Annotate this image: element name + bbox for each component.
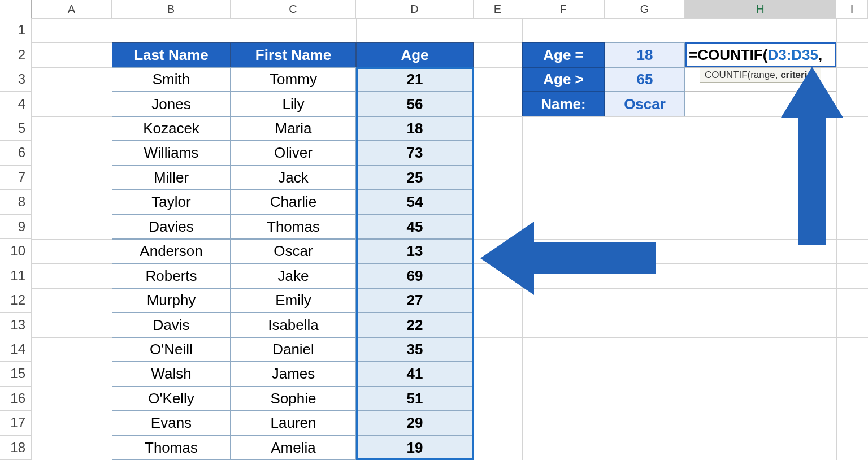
col-header-G[interactable]: G — [605, 0, 685, 18]
cell-D13[interactable]: 22 — [356, 313, 474, 337]
cell-D4[interactable]: 56 — [356, 92, 474, 116]
cell-C17[interactable]: Lauren — [231, 411, 356, 435]
row-header-5[interactable]: 5 — [0, 116, 32, 141]
col-header-F[interactable]: F — [522, 0, 605, 18]
row-header-14[interactable]: 14 — [0, 337, 32, 362]
col-header-B[interactable]: B — [112, 0, 231, 18]
row-header-6[interactable]: 6 — [0, 141, 32, 165]
cell-C16[interactable]: Sophie — [231, 387, 356, 411]
cell-D3[interactable]: 21 — [356, 67, 474, 92]
row-header-12[interactable]: 12 — [0, 288, 32, 313]
cell-B17[interactable]: Evans — [112, 411, 231, 435]
cell-C7[interactable]: Jack — [231, 166, 356, 190]
row-header-1[interactable]: 1 — [0, 18, 32, 42]
formula-range-ref: D3:D35 — [767, 46, 818, 64]
cell-D5[interactable]: 18 — [356, 116, 474, 141]
cell-D17[interactable]: 29 — [356, 411, 474, 435]
cell-B15[interactable]: Walsh — [112, 362, 231, 386]
row-header-13[interactable]: 13 — [0, 313, 32, 337]
annotation-arrow-left — [480, 222, 661, 295]
crit-value-age-eq[interactable]: 18 — [605, 42, 685, 67]
spreadsheet-grid[interactable]: A B C D E F G H I 1 2 3 4 5 6 7 8 9 10 1… — [0, 0, 868, 460]
cell-B7[interactable]: Miller — [112, 166, 231, 190]
col-header-I[interactable]: I — [836, 0, 868, 18]
cell-C18[interactable]: Amelia — [231, 436, 356, 460]
crit-label-age-eq[interactable]: Age = — [522, 42, 605, 67]
cell-B10[interactable]: Anderson — [112, 239, 231, 263]
cell-D16[interactable]: 51 — [356, 387, 474, 411]
row-header-9[interactable]: 9 — [0, 215, 32, 239]
col-header-C[interactable]: C — [231, 0, 356, 18]
header-first-name[interactable]: First Name — [231, 42, 356, 67]
row-header-3[interactable]: 3 — [0, 67, 32, 92]
cell-C6[interactable]: Oliver — [231, 141, 356, 165]
cell-D14[interactable]: 35 — [356, 337, 474, 362]
cell-C3[interactable]: Tommy — [231, 67, 356, 92]
cell-D7[interactable]: 25 — [356, 166, 474, 190]
cell-B14[interactable]: O'Neill — [112, 337, 231, 362]
cell-H2-formula[interactable]: =COUNTIF(D3:D35, — [685, 42, 836, 67]
annotation-arrow-up — [781, 67, 843, 248]
cell-C12[interactable]: Emily — [231, 288, 356, 313]
cell-B4[interactable]: Jones — [112, 92, 231, 116]
row-header-8[interactable]: 8 — [0, 190, 32, 214]
cell-D10[interactable]: 13 — [356, 239, 474, 263]
cell-C8[interactable]: Charlie — [231, 190, 356, 214]
row-header-11[interactable]: 11 — [0, 263, 32, 288]
cell-B18[interactable]: Thomas — [112, 436, 231, 460]
formula-prefix: =COUNTIF( — [689, 46, 767, 64]
row-header-15[interactable]: 15 — [0, 362, 32, 386]
cell-B12[interactable]: Murphy — [112, 288, 231, 313]
cell-C13[interactable]: Isabella — [231, 313, 356, 337]
tooltip-prefix: COUNTIF(range, — [705, 70, 780, 80]
cell-C9[interactable]: Thomas — [231, 215, 356, 239]
cell-B5[interactable]: Kozacek — [112, 116, 231, 141]
cell-C4[interactable]: Lily — [231, 92, 356, 116]
cell-C5[interactable]: Maria — [231, 116, 356, 141]
cell-B3[interactable]: Smith — [112, 67, 231, 92]
cell-B8[interactable]: Taylor — [112, 190, 231, 214]
cell-D11[interactable]: 69 — [356, 263, 474, 288]
row-header-7[interactable]: 7 — [0, 166, 32, 190]
row-header-17[interactable]: 17 — [0, 411, 32, 435]
row-header-2[interactable]: 2 — [0, 42, 32, 67]
cell-B9[interactable]: Davies — [112, 215, 231, 239]
row-header-10[interactable]: 10 — [0, 239, 32, 263]
crit-label-name[interactable]: Name: — [522, 92, 605, 116]
col-header-E[interactable]: E — [474, 0, 522, 18]
header-age[interactable]: Age — [356, 42, 474, 67]
cell-C11[interactable]: Jake — [231, 263, 356, 288]
col-header-H[interactable]: H — [685, 0, 836, 18]
select-all-corner[interactable] — [0, 0, 32, 18]
cell-B6[interactable]: Williams — [112, 141, 231, 165]
cell-D8[interactable]: 54 — [356, 190, 474, 214]
col-header-A[interactable]: A — [32, 0, 112, 18]
col-header-D[interactable]: D — [356, 0, 474, 18]
cell-D6[interactable]: 73 — [356, 141, 474, 165]
crit-label-age-gt[interactable]: Age > — [522, 67, 605, 92]
formula-suffix: , — [818, 46, 822, 64]
crit-value-age-gt[interactable]: 65 — [605, 67, 685, 92]
row-header-18[interactable]: 18 — [0, 436, 32, 460]
header-last-name[interactable]: Last Name — [112, 42, 231, 67]
cell-D12[interactable]: 27 — [356, 288, 474, 313]
cell-B13[interactable]: Davis — [112, 313, 231, 337]
row-header-4[interactable]: 4 — [0, 92, 32, 116]
cell-D15[interactable]: 41 — [356, 362, 474, 386]
cell-D18[interactable]: 19 — [356, 436, 474, 460]
cell-B16[interactable]: O'Kelly — [112, 387, 231, 411]
cell-D9[interactable]: 45 — [356, 215, 474, 239]
cell-C15[interactable]: James — [231, 362, 356, 386]
crit-value-name[interactable]: Oscar — [605, 92, 685, 116]
cell-C10[interactable]: Oscar — [231, 239, 356, 263]
row-header-16[interactable]: 16 — [0, 387, 32, 411]
cell-C14[interactable]: Daniel — [231, 337, 356, 362]
cell-B11[interactable]: Roberts — [112, 263, 231, 288]
